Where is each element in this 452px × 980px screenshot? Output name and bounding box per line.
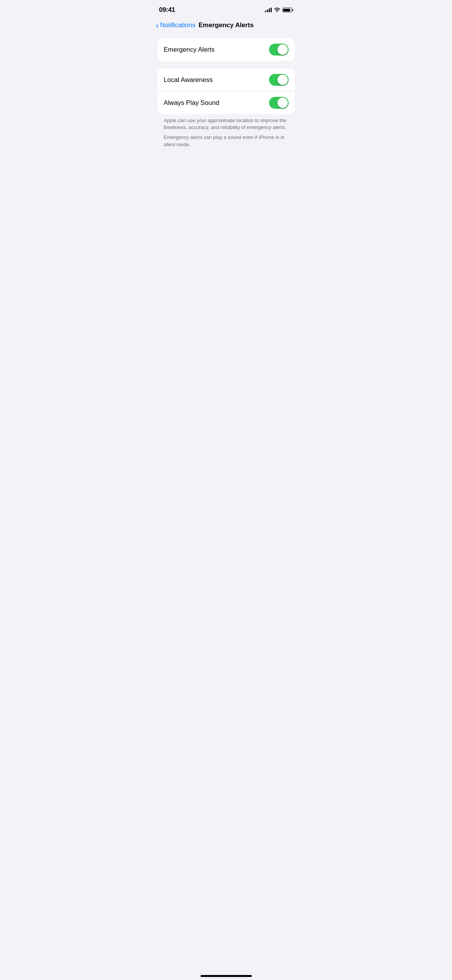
card-emergency-alerts: Emergency Alerts <box>158 38 295 61</box>
emergency-alerts-toggle[interactable] <box>269 44 289 56</box>
setting-row-local-awareness: Local Awareness <box>158 69 295 91</box>
battery-icon <box>282 8 293 12</box>
local-awareness-label: Local Awareness <box>164 76 213 84</box>
back-label: Notifications <box>160 21 196 29</box>
toggle-knob-la <box>277 75 288 85</box>
page-title: Emergency Alerts <box>199 21 254 29</box>
content: Emergency Alerts Local Awareness Always … <box>152 38 301 154</box>
emergency-alerts-label: Emergency Alerts <box>164 46 215 54</box>
status-bar: 09:41 <box>152 0 301 18</box>
wifi-icon <box>274 8 280 12</box>
nav-header: ‹ Notifications Emergency Alerts <box>152 18 301 35</box>
always-play-sound-label: Always Play Sound <box>164 99 220 107</box>
local-awareness-toggle[interactable] <box>269 74 289 86</box>
card-local-group: Local Awareness Always Play Sound <box>158 69 295 114</box>
local-awareness-footer-text: Apple can use your approximate location … <box>164 118 287 130</box>
local-awareness-footer: Apple can use your approximate location … <box>158 114 295 137</box>
section-local-group: Local Awareness Always Play Sound Apple … <box>158 69 295 154</box>
always-play-sound-toggle[interactable] <box>269 97 289 109</box>
always-play-sound-footer: Emergency alerts can play a sound even i… <box>158 134 295 154</box>
toggle-knob-aps <box>277 98 288 108</box>
status-time: 09:41 <box>159 6 175 14</box>
setting-row-always-play-sound: Always Play Sound <box>158 91 295 114</box>
setting-row-emergency-alerts: Emergency Alerts <box>158 38 295 61</box>
section-emergency-alerts: Emergency Alerts <box>158 38 295 61</box>
signal-icon <box>265 8 272 12</box>
back-chevron-icon: ‹ <box>156 21 159 29</box>
back-button[interactable]: ‹ Notifications <box>156 21 196 29</box>
always-play-sound-footer-text: Emergency alerts can play a sound even i… <box>164 134 285 147</box>
toggle-knob <box>277 44 288 55</box>
status-icons <box>265 8 293 12</box>
